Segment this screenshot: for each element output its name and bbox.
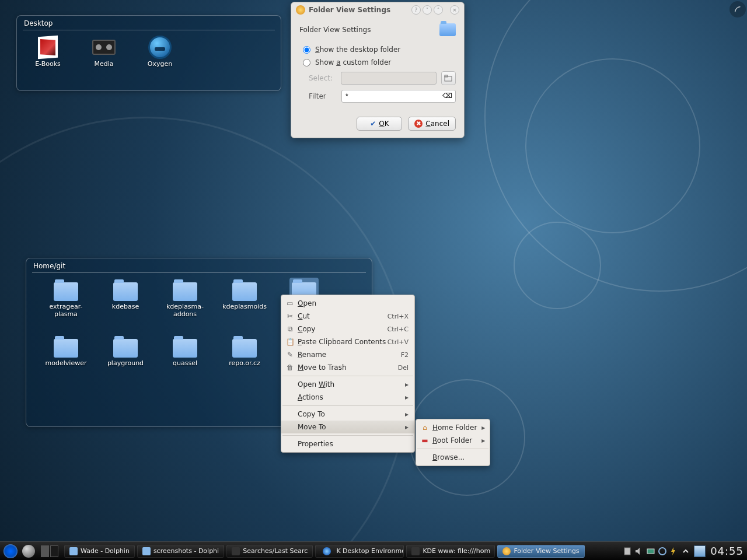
- menu-item[interactable]: 🗑Move to TrashDel: [281, 361, 414, 374]
- desktop-item[interactable]: E-Books: [22, 35, 74, 68]
- folderview-desktop[interactable]: Desktop E-BooksMediaOxygen: [16, 15, 281, 91]
- menu-label: Actions: [298, 393, 400, 401]
- network-icon[interactable]: [658, 547, 667, 556]
- radio-show-custom[interactable]: Show a custom folder: [299, 56, 456, 69]
- folder-item[interactable]: quassel: [157, 334, 213, 368]
- folder-icon: [113, 282, 138, 301]
- check-icon: ✔: [370, 120, 376, 128]
- svg-rect-2: [624, 548, 630, 555]
- rename-icon: ✎: [285, 351, 295, 359]
- cashew-icon: [732, 4, 743, 15]
- pager[interactable]: [41, 545, 58, 557]
- taskbar-task[interactable]: Searches/Last Searc: [226, 545, 313, 558]
- menu-separator: [282, 435, 413, 436]
- taskbar[interactable]: Wade - Dolphinscreenshots - DolphiSearch…: [0, 541, 747, 560]
- browse-folder-button[interactable]: [441, 71, 456, 85]
- menu-item[interactable]: Properties: [281, 438, 414, 450]
- folder-item[interactable]: kdeplasma-addons: [157, 278, 213, 318]
- system-tray[interactable]: [619, 547, 694, 556]
- battery-icon[interactable]: [669, 547, 679, 556]
- folder-icon: [232, 339, 257, 358]
- minimize-button[interactable]: ˅: [423, 5, 432, 15]
- task-label: Wade - Dolphin: [81, 547, 130, 555]
- pager-desktop-1[interactable]: [41, 545, 49, 557]
- paste-icon: 📋: [285, 338, 295, 346]
- menu-item[interactable]: Move To▸: [281, 421, 414, 433]
- menu-item[interactable]: ✂CutCtrl+X: [281, 310, 414, 323]
- svg-point-4: [659, 548, 666, 555]
- radio-input[interactable]: [303, 46, 310, 54]
- menu-separator: [282, 405, 413, 406]
- taskbar-task[interactable]: Wade - Dolphin: [64, 545, 135, 558]
- taskbar-task[interactable]: screenshots - Dolphi: [137, 545, 224, 558]
- klipper-icon[interactable]: [623, 547, 632, 556]
- clear-filter-icon[interactable]: ⌫: [442, 92, 452, 100]
- task-label: K Desktop Environme: [336, 547, 404, 555]
- clock[interactable]: 04:55: [708, 545, 747, 557]
- pdf-icon: [38, 36, 58, 59]
- submenu-arrow-icon: ▸: [405, 410, 409, 418]
- kickoff-menu-button[interactable]: [1, 543, 20, 559]
- help-button[interactable]: ?: [411, 5, 421, 15]
- menu-item[interactable]: 📋Paste Clipboard ContentsCtrl+V: [281, 335, 414, 348]
- radio-input[interactable]: [303, 59, 310, 66]
- plasma-cashew-button[interactable]: [729, 1, 746, 18]
- submenu-arrow-icon: ▸: [405, 423, 409, 431]
- dialog-heading: Folder View Settings: [299, 26, 439, 34]
- menu-item[interactable]: Browse...: [416, 451, 490, 464]
- folder-item[interactable]: kdeplasmoids: [217, 278, 273, 318]
- show-desktop-button[interactable]: [22, 545, 35, 558]
- task-icon: [323, 547, 331, 555]
- cancel-icon: ✖: [414, 120, 423, 128]
- menu-label: Properties: [298, 440, 409, 448]
- context-submenu[interactable]: ⌂Home Folder▸▬Root Folder▸Browse...: [416, 419, 490, 466]
- menu-item[interactable]: ⧉CopyCtrl+C: [281, 323, 414, 335]
- maximize-button[interactable]: ˄: [434, 5, 443, 15]
- folder-item[interactable]: repo.or.cz: [217, 334, 273, 368]
- open-icon: ▭: [285, 299, 295, 307]
- filter-input[interactable]: [341, 90, 456, 103]
- tray-expand-icon[interactable]: [681, 547, 690, 556]
- dialog-titlebar[interactable]: Folder View Settings ? ˅ ˄ ×: [291, 2, 464, 18]
- root-icon: ▬: [420, 436, 430, 444]
- desktop-item[interactable]: Oxygen: [134, 35, 186, 68]
- context-menu[interactable]: ▭Open✂CutCtrl+X⧉CopyCtrl+C📋Paste Clipboa…: [281, 295, 415, 453]
- menu-label: Paste Clipboard Contents: [298, 338, 388, 346]
- filter-label: Filter: [309, 92, 337, 100]
- item-label: Media: [94, 61, 113, 68]
- device-icon[interactable]: [646, 547, 655, 556]
- select-path-input: [341, 72, 437, 85]
- ok-button[interactable]: ✔ OK: [357, 117, 402, 131]
- app-icon: [296, 5, 305, 15]
- item-label: repo.or.cz: [229, 360, 260, 368]
- task-icon: [411, 547, 420, 555]
- volume-icon[interactable]: [634, 547, 644, 556]
- taskbar-task[interactable]: Folder View Settings: [497, 545, 584, 558]
- menu-item[interactable]: ✎RenameF2: [281, 348, 414, 361]
- menu-item[interactable]: ⌂Home Folder▸: [416, 421, 490, 434]
- radio-label: Show a custom folder: [315, 58, 391, 66]
- menu-item[interactable]: Actions▸: [281, 391, 414, 404]
- folder-item[interactable]: kdebase: [97, 278, 153, 318]
- taskbar-task[interactable]: K Desktop Environme: [315, 545, 404, 558]
- bg-swirl: [514, 222, 601, 309]
- menu-item[interactable]: ▭Open: [281, 297, 414, 310]
- calendar-icon[interactable]: [694, 545, 706, 557]
- menu-item[interactable]: Open With▸: [281, 378, 414, 391]
- taskbar-task[interactable]: KDE www: file:///hom: [406, 545, 495, 558]
- menu-label: Move to Trash: [298, 363, 398, 372]
- menu-shortcut: Ctrl+X: [388, 313, 409, 320]
- cancel-button[interactable]: ✖ Cancel: [408, 117, 456, 131]
- menu-label: Move To: [298, 423, 400, 431]
- folder-view-settings-dialog[interactable]: Folder View Settings ? ˅ ˄ × Folder View…: [291, 2, 465, 138]
- folder-item[interactable]: modelviewer: [38, 334, 94, 368]
- menu-item[interactable]: Copy To▸: [281, 408, 414, 421]
- desktop-item[interactable]: Media: [78, 35, 130, 68]
- folder-item[interactable]: playground: [97, 334, 153, 368]
- radio-show-desktop[interactable]: Show the desktop folder: [299, 43, 456, 56]
- menu-label: Rename: [298, 351, 401, 359]
- close-button[interactable]: ×: [450, 5, 459, 15]
- pager-desktop-2[interactable]: [50, 545, 58, 557]
- menu-item[interactable]: ▬Root Folder▸: [416, 434, 490, 447]
- folder-item[interactable]: extragear-plasma: [38, 278, 94, 318]
